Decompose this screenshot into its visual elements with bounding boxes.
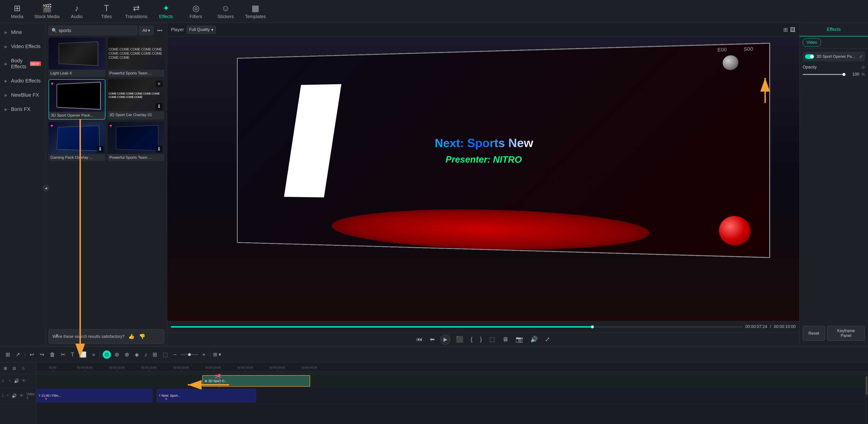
track-2-add-button[interactable]: + <box>8 378 12 384</box>
pointer-button[interactable]: ↗ <box>14 350 22 359</box>
undo-button[interactable]: ↩ <box>28 350 36 359</box>
search-input[interactable] <box>59 28 134 33</box>
stickers-icon: ☺ <box>221 3 230 13</box>
multi-cam-button[interactable]: ⊞ <box>151 350 159 359</box>
audio-stretch-button[interactable]: ♪ <box>143 350 149 359</box>
filter-label: All <box>143 28 147 33</box>
more-options-button[interactable]: ••• <box>155 27 164 34</box>
stop-button[interactable]: ⬛ <box>454 335 465 344</box>
sidebar-item-mine[interactable]: ▶ Mine <box>0 25 45 39</box>
sidebar-item-body-effects[interactable]: ▶ Body Effects NEW! <box>0 54 45 74</box>
quality-select[interactable]: Full Quality ▾ <box>187 26 216 34</box>
ruler-line-3 <box>149 370 149 371</box>
volume-button[interactable]: 🔊 <box>528 335 539 344</box>
speed-button[interactable]: ⊕ <box>123 350 131 359</box>
track-2-eye-button[interactable]: 👁 <box>21 378 26 384</box>
effect-toggle-switch[interactable] <box>805 54 814 59</box>
fullscreen-button[interactable]: ⤢ <box>543 335 552 344</box>
toolbar-stock-media-label: Stock Media <box>34 14 60 19</box>
track-1-eye-button[interactable]: 👁 <box>19 393 24 399</box>
toolbar-item-titles[interactable]: T Titles <box>92 1 121 22</box>
right-panel: Effects Video 3D Sport Opener Pack... ⤢ … <box>799 23 868 346</box>
motion-track-button[interactable]: ⊛ <box>113 350 121 359</box>
sidebar-item-audio-effects[interactable]: ▶ Audio Effects <box>0 74 45 88</box>
camera-button[interactable]: 📷 <box>514 335 525 344</box>
satisfaction-close-button[interactable]: ✕ <box>52 329 161 341</box>
filters-icon: ◎ <box>192 3 199 13</box>
zoom-slider[interactable] <box>180 354 198 355</box>
sidebar-item-boris-fx[interactable]: ▶ Boris FX <box>0 102 45 116</box>
ai-button[interactable]: ⬚ <box>161 350 170 359</box>
mask-button[interactable]: ◈ <box>133 350 141 359</box>
effect-card-light-leak-4[interactable]: Light Leak 4 <box>49 37 105 77</box>
video-canvas: Next: Sports New Presenter: NITRO E00 S0… <box>167 37 799 321</box>
sub-tab-video[interactable]: Video <box>803 38 821 47</box>
time-progress-bar[interactable] <box>171 326 743 328</box>
play-button[interactable]: ▶ <box>440 334 451 344</box>
sidebar-item-video-effects[interactable]: ▶ Video Effects <box>0 39 45 54</box>
grid-view-button[interactable]: ⊞ <box>783 27 788 33</box>
track-link-button[interactable]: ⊟ <box>11 364 18 372</box>
toolbar-stickers-label: Stickers <box>217 14 234 19</box>
split-button[interactable]: ⬚ <box>488 335 497 344</box>
powerful2-download-button[interactable]: ⬇ <box>156 146 162 153</box>
timeline-tracks-container: 2 + 🔊 👁 1 + 🔊 👁 Video 1 <box>0 374 868 424</box>
frame-back-button[interactable]: ⬅ <box>428 335 437 344</box>
effect-card-3d-sport-opener[interactable]: ♥ 3D Sport Opener Pack... <box>49 79 105 120</box>
video-clip-1-text: 21:00 / Film... <box>41 394 61 397</box>
tab-effects-label: Effects <box>827 27 841 32</box>
minus-button[interactable]: − <box>172 350 179 359</box>
record-button[interactable]: ⊙ <box>103 351 111 359</box>
track-1-volume-button[interactable]: 🔊 <box>11 393 17 399</box>
toolbar-item-transitions[interactable]: ⇄ Transitions <box>121 1 151 22</box>
toolbar-item-media[interactable]: ⊞ Media <box>2 1 32 22</box>
divider-1 <box>25 351 25 358</box>
track-snap-button[interactable]: ⊞ <box>2 364 9 372</box>
effect-card-gaming-pack[interactable]: ♥ ⬇ Gaming Pack Overlay ... <box>49 122 105 161</box>
vertical-scrollbar[interactable] <box>865 374 868 424</box>
track-ai-button[interactable]: ☆ <box>20 364 27 372</box>
photo-view-button[interactable]: 🖼 <box>790 27 796 33</box>
crop-tool-button[interactable]: ⬜ <box>78 350 88 359</box>
track-1-add-button[interactable]: + <box>6 393 10 399</box>
effect-download-button[interactable]: ⬇ <box>156 103 162 110</box>
toolbar-item-audio[interactable]: ♪ Audio <box>62 1 92 22</box>
reset-button[interactable]: Reset <box>803 326 825 341</box>
filter-button[interactable]: All ▾ <box>139 26 154 35</box>
mark-in-button[interactable]: { <box>469 335 474 344</box>
mark-out-button[interactable]: } <box>478 335 484 344</box>
toolbar-item-stickers[interactable]: ☺ Stickers <box>211 1 241 22</box>
diamond-icon[interactable]: ◇ <box>862 65 865 70</box>
effect-card-3d-sport-car[interactable]: ✕ COME COME COME COME COME COME COME COM… <box>108 79 164 120</box>
toolbar-item-stock-media[interactable]: 🎬 Stock Media <box>32 1 62 22</box>
toolbar-item-templates[interactable]: ▦ Templates <box>241 1 270 22</box>
opacity-slider[interactable] <box>803 74 845 75</box>
stock-media-icon: 🎬 <box>42 3 52 13</box>
ruler-label-1: 00:00:05:00 <box>77 366 93 369</box>
track-2-volume-button[interactable]: 🔊 <box>13 378 20 384</box>
search-box[interactable]: 🔍 <box>49 26 137 35</box>
tab-effects[interactable]: Effects <box>800 23 868 36</box>
text-tool-button[interactable]: T <box>69 350 76 359</box>
monitor-button[interactable]: 🖥 <box>501 335 510 344</box>
snap-button[interactable]: ⊞ <box>4 350 12 359</box>
grid-layout-button[interactable]: ⊞ ▾ <box>213 352 221 358</box>
skip-back-button[interactable]: ⏮ <box>415 335 424 344</box>
cut-button[interactable]: ✂ <box>59 350 67 359</box>
more-tools-button[interactable]: » <box>90 350 97 359</box>
effect-card-powerful-sports-2[interactable]: ♥ ⬇ Powerful Sports Team ... <box>108 122 164 161</box>
toolbar-item-filters[interactable]: ◎ Filters <box>181 1 211 22</box>
clip-video-2[interactable]: T Next: Sport... <box>157 389 256 402</box>
sidebar-item-newblue-fx[interactable]: ▶ NewBlue FX <box>0 88 45 102</box>
expand-icon[interactable]: ⤢ <box>859 54 863 59</box>
redo-button[interactable]: ↪ <box>38 350 46 359</box>
toolbar-transitions-label: Transitions <box>125 14 147 19</box>
gaming-download-button[interactable]: ⬇ <box>97 146 103 153</box>
keyframe-panel-button[interactable]: Keyframe Panel <box>827 326 865 341</box>
plus-button[interactable]: + <box>200 350 207 359</box>
effect-card-powerful-sports-1[interactable]: COME COME COME COME COME COME COME COME … <box>108 37 164 77</box>
delete-button[interactable]: 🗑 <box>48 350 57 359</box>
clip-video-1[interactable]: T 21:00 / Film... <box>37 389 153 402</box>
toolbar-item-effects[interactable]: ✦ Effects <box>151 1 181 22</box>
sidebar-collapse-button[interactable]: ◀ <box>42 185 49 191</box>
